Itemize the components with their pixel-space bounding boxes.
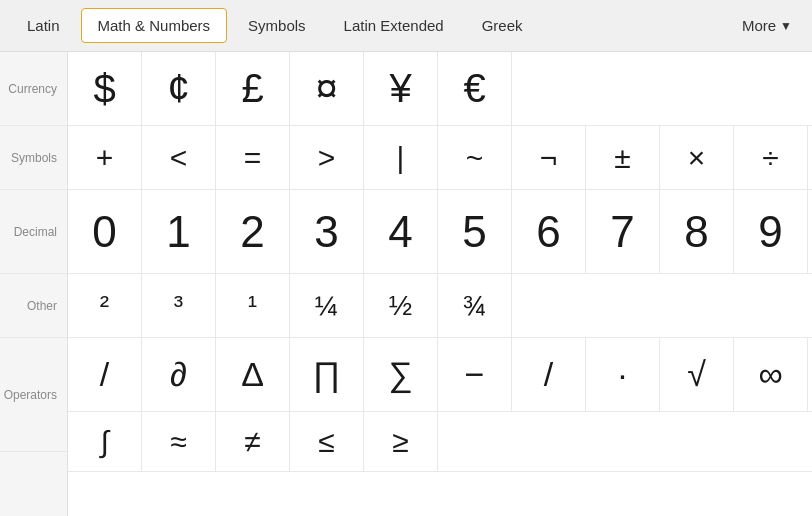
char-cell[interactable]: ≤ <box>290 412 364 471</box>
tab-latin[interactable]: Latin <box>10 8 77 43</box>
character-grid: $¢£¤¥€ +<=>|~¬±×÷ 0123456789 ²³¹¼½¾ /∂Δ∏… <box>68 52 812 516</box>
char-cell[interactable]: 8 <box>660 190 734 273</box>
char-cell[interactable]: ∞ <box>734 338 808 411</box>
decimal-row: 0123456789 <box>68 190 812 274</box>
char-cell[interactable]: ~ <box>438 126 512 189</box>
char-cell[interactable]: ¢ <box>142 52 216 125</box>
char-cell[interactable]: $ <box>68 52 142 125</box>
char-cell[interactable]: / <box>512 338 586 411</box>
char-cell[interactable]: ¤ <box>290 52 364 125</box>
currency-row: $¢£¤¥€ <box>68 52 812 126</box>
tab-more[interactable]: More ▼ <box>730 9 804 42</box>
label-other: Other <box>0 274 67 338</box>
char-cell[interactable]: ≥ <box>364 412 438 471</box>
tab-symbols[interactable]: Symbols <box>231 8 323 43</box>
char-cell[interactable]: 2 <box>216 190 290 273</box>
char-cell[interactable]: ≠ <box>216 412 290 471</box>
char-cell[interactable]: > <box>290 126 364 189</box>
char-cell[interactable]: / <box>68 338 142 411</box>
char-cell[interactable]: < <box>142 126 216 189</box>
other-row: ²³¹¼½¾ <box>68 274 812 338</box>
tab-greek[interactable]: Greek <box>465 8 540 43</box>
operators-top-row: /∂Δ∏∑−/·√∞ <box>68 338 812 412</box>
char-cell[interactable]: 7 <box>586 190 660 273</box>
char-cell[interactable]: ¬ <box>512 126 586 189</box>
char-cell[interactable]: 9 <box>734 190 808 273</box>
category-labels: Currency Symbols Decimal Other Operators <box>0 52 68 516</box>
char-cell[interactable]: ≈ <box>142 412 216 471</box>
label-symbols: Symbols <box>0 126 67 190</box>
char-cell[interactable]: | <box>364 126 438 189</box>
char-cell[interactable]: ¼ <box>290 274 364 337</box>
symbols-row: +<=>|~¬±×÷ <box>68 126 812 190</box>
char-cell[interactable]: 4 <box>364 190 438 273</box>
char-cell[interactable]: · <box>586 338 660 411</box>
char-cell[interactable]: − <box>438 338 512 411</box>
char-cell[interactable]: = <box>216 126 290 189</box>
char-cell[interactable]: 6 <box>512 190 586 273</box>
char-cell[interactable]: 5 <box>438 190 512 273</box>
char-cell[interactable]: + <box>68 126 142 189</box>
char-cell[interactable]: 3 <box>290 190 364 273</box>
char-cell[interactable]: 1 <box>142 190 216 273</box>
char-cell[interactable]: ½ <box>364 274 438 337</box>
char-cell[interactable]: × <box>660 126 734 189</box>
tab-latin-extended[interactable]: Latin Extended <box>327 8 461 43</box>
tab-bar: Latin Math & Numbers Symbols Latin Exten… <box>0 0 812 52</box>
operators-bottom-row: ∫≈≠≤≥ <box>68 412 812 472</box>
char-cell[interactable]: ∏ <box>290 338 364 411</box>
char-cell[interactable]: √ <box>660 338 734 411</box>
char-cell[interactable]: ∑ <box>364 338 438 411</box>
label-currency: Currency <box>0 52 67 126</box>
char-cell[interactable]: ∫ <box>68 412 142 471</box>
char-cell[interactable]: ² <box>68 274 142 337</box>
tab-math-numbers[interactable]: Math & Numbers <box>81 8 228 43</box>
content-area: Currency Symbols Decimal Other Operators… <box>0 52 812 516</box>
char-cell[interactable]: ± <box>586 126 660 189</box>
char-cell[interactable]: ∂ <box>142 338 216 411</box>
char-cell[interactable]: ³ <box>142 274 216 337</box>
char-cell[interactable]: € <box>438 52 512 125</box>
label-decimal: Decimal <box>0 190 67 274</box>
char-cell[interactable]: ¹ <box>216 274 290 337</box>
char-cell[interactable]: 0 <box>68 190 142 273</box>
char-cell[interactable]: ¾ <box>438 274 512 337</box>
more-label: More <box>742 17 776 34</box>
char-cell[interactable]: ÷ <box>734 126 808 189</box>
char-cell[interactable]: Δ <box>216 338 290 411</box>
label-operators: Operators <box>0 338 67 452</box>
char-cell[interactable]: ¥ <box>364 52 438 125</box>
chevron-down-icon: ▼ <box>780 19 792 33</box>
char-cell[interactable]: £ <box>216 52 290 125</box>
